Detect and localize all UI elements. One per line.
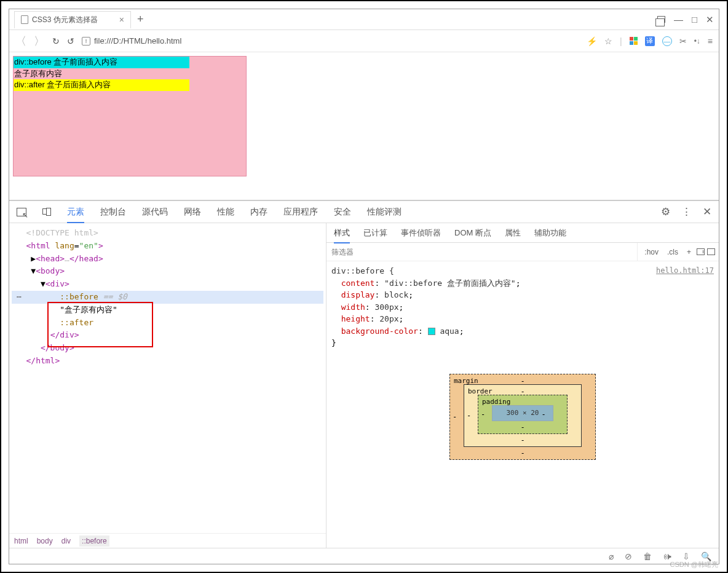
shield-icon: ! [82,37,90,45]
tab-console[interactable]: 控制台 [100,207,126,218]
window-duplicate-icon[interactable] [657,14,665,25]
tab-security[interactable]: 安全 [334,207,351,218]
file-icon [21,15,28,24]
flash-icon[interactable]: ⚡ [587,36,597,46]
tab-application[interactable]: 应用程序 [283,207,318,218]
translate-icon[interactable]: 译 [645,36,655,46]
tab-elements[interactable]: 元素 [67,207,84,223]
box-model: margin ---- border ---- padding --- 300 … [449,374,596,460]
zoom-out-icon[interactable]: — [662,36,672,46]
more-icon[interactable]: ⋮ [681,205,692,218]
tab-audits[interactable]: 性能评测 [367,207,402,218]
cls-toggle[interactable]: .cls [664,247,681,258]
scissors-icon[interactable]: ✂ [679,36,687,46]
tab-memory[interactable]: 内存 [250,207,267,218]
nav-back-icon[interactable]: 〈 [15,34,26,49]
tab-computed[interactable]: 已计算 [363,227,387,239]
tab-network[interactable]: 网络 [184,207,201,218]
tab-styles[interactable]: 样式 [334,227,350,243]
console-clear-icon[interactable]: ⌀ [609,551,614,561]
tab-close-icon[interactable]: × [119,15,124,25]
page-viewport: div::before 盒子前面插入内容 盒子原有内容 div::after 盒… [9,52,719,200]
apps-icon[interactable] [630,37,638,45]
new-rule-icon[interactable]: + [684,247,694,258]
before-pseudo: div::before 盒子前面插入内容 [14,57,189,68]
trash-icon[interactable]: 🗑 [643,551,652,561]
device-toggle-icon[interactable] [42,208,51,216]
tab-performance[interactable]: 性能 [217,207,234,218]
favorite-icon[interactable]: ☆ [604,36,612,46]
menu-icon[interactable]: ≡ [708,36,713,46]
window-minimize-icon[interactable]: — [674,14,683,25]
tab-breakpoints[interactable]: DOM 断点 [454,227,491,239]
browser-tab[interactable]: CSS3 伪元素选择器 × [14,11,131,28]
console-cancel-icon[interactable]: ⊘ [625,551,632,561]
tab-listeners[interactable]: 事件侦听器 [401,227,441,239]
watermark: CSDN @韩曙亮 [670,560,718,569]
window-maximize-icon[interactable]: □ [692,14,697,25]
hov-toggle[interactable]: :hov [641,247,662,258]
home-icon[interactable]: ↺ [67,36,74,46]
reload-icon[interactable]: ↻ [52,36,60,46]
inspect-element-icon[interactable] [17,208,26,216]
tab-a11y[interactable]: 辅助功能 [534,227,566,239]
css-rules[interactable]: hello.html:17 div::before { content: "di… [326,261,719,548]
settings-icon[interactable]: ⚙ [661,205,670,218]
tab-title: CSS3 伪元素选择器 [32,15,98,25]
color-swatch-icon[interactable] [428,328,435,335]
original-content: 盒子原有内容 [14,68,246,79]
dom-tree[interactable]: <!DOCTYPE html> <html lang="en"> ▶<head>… [9,223,326,533]
download-icon[interactable]: •↓ [694,37,700,45]
dom-breadcrumb[interactable]: html body div ::before [9,533,326,548]
style-filter-input[interactable] [326,248,637,256]
source-link[interactable]: hello.html:17 [656,265,714,276]
devtools-close-icon[interactable]: ✕ [703,205,711,218]
tab-properties[interactable]: 属性 [505,227,521,239]
demo-div: div::before 盒子前面插入内容 盒子原有内容 div::after 盒… [13,56,247,176]
panel-layout2-icon[interactable] [707,248,715,255]
window-close-icon[interactable]: ✕ [706,14,714,25]
panel-layout-icon[interactable] [697,248,705,255]
new-tab-button[interactable]: + [137,13,144,26]
url-text[interactable]: file:///D:/HTML/hello.html [94,36,181,45]
after-pseudo: div::after 盒子后面插入内容 [14,79,189,91]
nav-forward-icon[interactable]: 〉 [34,34,45,49]
tab-sources[interactable]: 源代码 [142,207,168,218]
